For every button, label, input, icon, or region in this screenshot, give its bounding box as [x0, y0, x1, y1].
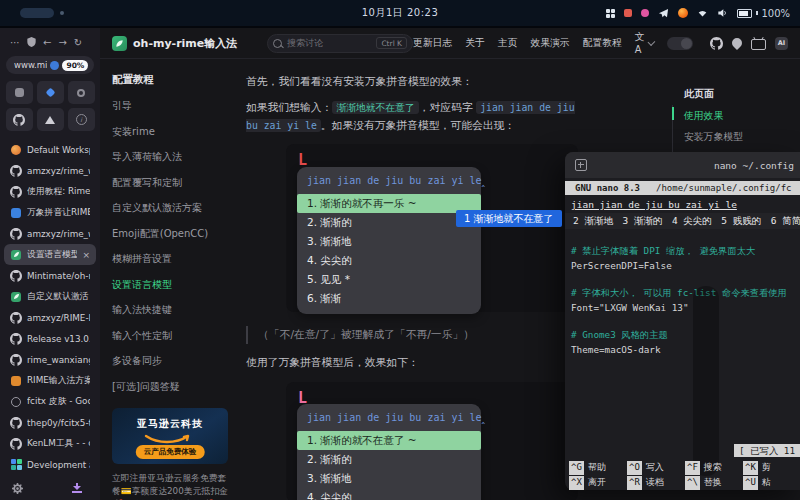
- extension-button-6[interactable]: i: [68, 108, 95, 131]
- config-perscreendpi: PerScreenDPI=False: [571, 258, 800, 273]
- sidebar-item-emoji[interactable]: Emoji配置(OpenCC): [112, 227, 236, 241]
- tab-close-icon[interactable]: ×: [82, 250, 90, 260]
- tab-rime-wanxiang-2[interactable]: amzxyz/rime_wa: [4, 223, 96, 244]
- wifi-icon[interactable]: [697, 8, 708, 18]
- tab-fcitx-skin[interactable]: fcitx 皮肤 - Goo: [4, 391, 96, 412]
- docs-header: oh-my-rime输入法 搜索讨论 Ctrl K 更新日志 关于 主页 效果演…: [100, 28, 800, 59]
- nav-demo[interactable]: 效果演示: [530, 37, 569, 50]
- shortcut-key: ^K: [743, 461, 758, 475]
- tab-fcitx5-theme[interactable]: thep0y/fcitx5-th: [4, 412, 96, 433]
- tab-kenlm[interactable]: KenLM工具 - - c: [4, 433, 96, 454]
- tab-rime-wanxiang[interactable]: amzxyz/rime_wa: [4, 160, 96, 181]
- github-icon: [10, 228, 22, 240]
- back-icon[interactable]: ←: [43, 37, 51, 48]
- desktop: 10月1日 20:23 100% ⋯ ← → ↻: [0, 0, 800, 500]
- toc-title: 此页面: [684, 87, 800, 101]
- telegram-icon[interactable]: [658, 8, 669, 19]
- ime-screenshot-1: L jian jian de jiu bu zai yi le‸ 1. 渐渐的就…: [286, 144, 578, 312]
- github-icon: [10, 312, 22, 324]
- extension-button-2[interactable]: [37, 81, 64, 104]
- sidebar-item-faq[interactable]: [可选]问题答疑: [112, 380, 236, 394]
- sidebar-item-personalize[interactable]: 输入个性定制: [112, 329, 236, 343]
- ad-button[interactable]: 云产品免费体验: [136, 445, 205, 459]
- shield-icon[interactable]: [27, 37, 36, 47]
- browser-sidebar: ⋯ ← → ↻ www.mi 90% i Default Worksp: [0, 28, 100, 500]
- nano-header: GNU nano 8.3 /home/sunmaple/.config/fc: [565, 181, 800, 195]
- sidebar-item-fuzzy-pinyin[interactable]: 模糊拼音设置: [112, 252, 236, 266]
- extension-button-1[interactable]: [6, 81, 33, 104]
- ime-screenshot-2: L jian jian de jiu bu zai yi le‸ 1. 渐渐的就…: [286, 382, 578, 500]
- github-icon: [10, 354, 22, 366]
- candidate-4: 4. 尖尖的: [307, 251, 471, 270]
- sidebar-item-override[interactable]: 配置覆写和定制: [112, 176, 236, 190]
- tab-tutorial[interactable]: 使用教程: Rime: [4, 181, 96, 202]
- terminal-titlebar[interactable]: nano ~/.config: [565, 152, 800, 178]
- candidate-window: jian jian de jiu bu zai yi le‸ 1. 渐渐的就不再…: [297, 167, 481, 314]
- github-icon[interactable]: [710, 37, 723, 50]
- settings-gear-icon[interactable]: [12, 483, 23, 494]
- menu-ellipsis-icon[interactable]: ⋯: [10, 37, 20, 48]
- tab-release[interactable]: Release v13.0.3: [4, 328, 96, 349]
- forward-icon[interactable]: →: [58, 37, 66, 48]
- downloads-icon[interactable]: [72, 483, 82, 493]
- nano-shortcut-bar: ^G帮助 ^O写入 ^F搜索 ^K剪 ^X离开 ^R读档 ^\替换 ^U粘: [569, 460, 800, 490]
- gitee-icon[interactable]: [730, 36, 744, 50]
- chevron-down-icon: [648, 38, 655, 45]
- sparkle-icon: [45, 88, 55, 98]
- url-text: www.mi: [14, 60, 47, 70]
- zoom-badge[interactable]: 90%: [62, 60, 88, 71]
- reload-icon[interactable]: ↻: [74, 37, 82, 48]
- dark-mode-toggle[interactable]: [667, 37, 693, 50]
- volume-icon[interactable]: [717, 8, 728, 18]
- sidebar-item-install-rime[interactable]: 安装rime: [112, 125, 236, 139]
- sidebar-item-default-scheme[interactable]: 自定义默认激活方案: [112, 201, 236, 215]
- site-logo-icon[interactable]: [112, 36, 127, 51]
- ring-icon: [77, 89, 85, 97]
- toc-item-usage-effect[interactable]: 使用效果: [684, 110, 800, 123]
- sidebar-item-language-model-active[interactable]: 设置语言模型: [112, 278, 236, 292]
- nav-tutorial[interactable]: 配置教程: [583, 37, 622, 50]
- search-box[interactable]: 搜索讨论 Ctrl K: [267, 34, 413, 53]
- tab-rime-scheme[interactable]: RIME输入法方案: [4, 370, 96, 391]
- candidate-5: 5. 见见 *: [307, 270, 471, 289]
- tray-app-icon-2[interactable]: [641, 9, 649, 17]
- app-grid-icon[interactable]: [606, 9, 615, 18]
- sidebar-item-import-mint[interactable]: 导入薄荷输入法: [112, 150, 236, 164]
- github-icon: [10, 333, 22, 345]
- extension-button-3[interactable]: [68, 81, 95, 104]
- ai-icon[interactable]: AI: [775, 37, 788, 50]
- tab-wanxiang-pinyin[interactable]: 万象拼音让RIME: [4, 202, 96, 223]
- tab-rime-lm[interactable]: amzxyz/RIME-LM: [4, 307, 96, 328]
- toc-item-install-model[interactable]: 安装万象模型: [684, 131, 800, 144]
- tab-rime-wanxiang-3[interactable]: rime_wanxiang/: [4, 349, 96, 370]
- firefox-icon[interactable]: [678, 8, 688, 18]
- tab-development[interactable]: Development an: [4, 454, 96, 475]
- sidebar-item-hotkeys[interactable]: 输入法快捷键: [112, 303, 236, 317]
- terminal-window[interactable]: nano ~/.config GNU nano 8.3 /home/sunmap…: [565, 152, 800, 490]
- extension-button-5[interactable]: [37, 108, 64, 131]
- tab-default-workspace[interactable]: Default Worksp: [4, 139, 96, 160]
- blockquote: （「不/在意/了」被理解成了「不再/一乐」）: [246, 326, 588, 344]
- sidebar-item-guide[interactable]: 引导: [112, 99, 236, 113]
- tab-mintimate[interactable]: Mintimate/oh-my: [4, 265, 96, 286]
- nav-home[interactable]: 主页: [498, 37, 518, 50]
- site-title[interactable]: oh-my-rime输入法: [133, 36, 237, 51]
- bilibili-icon[interactable]: [751, 39, 766, 50]
- candidate-4: 4. 尖尖的: [307, 488, 471, 500]
- language-switcher[interactable]: 文A: [635, 31, 654, 55]
- ad-image[interactable]: 亚马逊云科技 云产品免费体验: [112, 408, 228, 464]
- url-bar[interactable]: www.mi 90%: [6, 56, 94, 74]
- sidebar-item-sync[interactable]: 多设备同步: [112, 354, 236, 368]
- docs-sidebar-nav: 配置教程 引导 安装rime 导入薄荷输入法 配置覆写和定制 自定义默认激活方案…: [100, 59, 236, 500]
- site-icon: [11, 208, 21, 218]
- extension-button-4[interactable]: [6, 108, 33, 131]
- terminal-title: nano ~/.config: [714, 160, 794, 171]
- nav-changelog[interactable]: 更新日志: [413, 37, 452, 50]
- tab-language-model-active[interactable]: 设置语言模型×: [4, 244, 96, 265]
- tab-custom-scheme[interactable]: 自定义默认激活: [4, 286, 96, 307]
- new-tab-icon[interactable]: [575, 159, 587, 171]
- nav-about[interactable]: 关于: [465, 37, 485, 50]
- ad-widget[interactable]: 亚马逊云科技 云产品免费体验 立即注册亚马逊云服务免费套餐💳享额度达200美元抵…: [112, 408, 228, 500]
- tray-app-icon-1[interactable]: [624, 9, 632, 17]
- paragraph-2: 如果我们想输入：渐渐地就不在意了，对应码字 jian jian de jiu b…: [246, 99, 586, 135]
